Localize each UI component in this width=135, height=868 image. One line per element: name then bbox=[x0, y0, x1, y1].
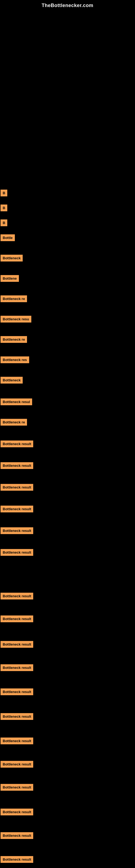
result-item-30: Bottleneck result bbox=[1, 832, 33, 839]
result-item-10: Bottleneck res bbox=[1, 356, 29, 363]
result-item-29: Bottleneck result bbox=[1, 809, 33, 815]
result-item-3: B bbox=[1, 219, 7, 226]
result-item-8: Bottleneck resu bbox=[1, 316, 31, 322]
result-item-1: B bbox=[1, 190, 7, 196]
result-item-22: Bottleneck result bbox=[1, 641, 33, 648]
result-item-21: Bottleneck result bbox=[1, 616, 33, 622]
result-item-7: Bottleneck re bbox=[1, 296, 27, 302]
result-item-26: Bottleneck result bbox=[1, 738, 33, 744]
result-item-20: Bottleneck result bbox=[1, 593, 33, 599]
result-item-18: Bottleneck result bbox=[1, 527, 33, 534]
result-item-14: Bottleneck result bbox=[1, 440, 33, 447]
result-item-16: Bottleneck result bbox=[1, 484, 33, 491]
result-item-5: Bottleneck bbox=[1, 255, 23, 261]
result-item-12: Bottleneck resul bbox=[1, 399, 32, 405]
site-title: TheBottlenecker.com bbox=[0, 0, 135, 10]
result-item-17: Bottleneck result bbox=[1, 506, 33, 513]
result-item-6: Bottlene bbox=[1, 275, 19, 282]
result-item-31: Bottleneck result bbox=[1, 856, 33, 863]
result-item-19: Bottleneck result bbox=[1, 549, 33, 556]
result-item-2: B bbox=[1, 205, 7, 211]
result-item-28: Bottleneck result bbox=[1, 784, 33, 791]
result-item-27: Bottleneck result bbox=[1, 761, 33, 768]
result-item-11: Bottleneck bbox=[1, 377, 23, 383]
result-item-4: Bottle bbox=[1, 235, 15, 241]
result-item-15: Bottleneck result bbox=[1, 462, 33, 469]
result-item-23: Bottleneck result bbox=[1, 664, 33, 671]
result-item-9: Bottleneck re bbox=[1, 336, 27, 343]
result-item-13: Bottleneck re bbox=[1, 419, 27, 426]
result-item-24: Bottleneck result bbox=[1, 688, 33, 695]
result-item-25: Bottleneck result bbox=[1, 713, 33, 720]
